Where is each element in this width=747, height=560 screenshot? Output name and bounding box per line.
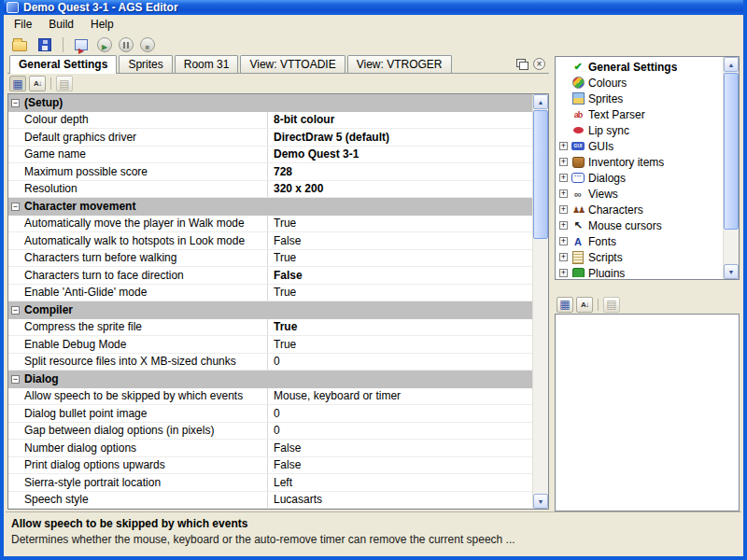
tree-item-dialogs[interactable]: Dialogs [556,170,723,186]
expand-icon[interactable] [559,189,568,198]
property-value[interactable]: DirectDraw 5 (default) [268,129,532,146]
title-bar[interactable]: Demo Quest 3-1 - AGS Editor [4,0,743,15]
menu-help[interactable]: Help [82,16,122,33]
alphabetical-sort-button[interactable] [576,297,593,313]
property-value[interactable]: 0 [268,405,532,422]
expand-icon[interactable] [559,237,568,245]
scroll-up-button[interactable] [533,94,548,109]
project-tree-scrollbar[interactable] [723,57,739,279]
property-row-characters-turn-before-walking[interactable]: Characters turn before walkingTrue [8,250,532,268]
property-value[interactable]: Demo Quest 3-1 [268,147,532,163]
scroll-down-button[interactable] [724,264,739,279]
property-row-colour-depth[interactable]: Colour depth8-bit colour [8,112,532,130]
tab-general-settings[interactable]: General Settings [9,55,117,74]
categorized-button[interactable] [9,76,26,91]
property-row-speech-style[interactable]: Speech styleLucasarts [8,492,532,510]
property-row-allow-speech-to-be-skipped-by-which-events[interactable]: Allow speech to be skipped by which even… [8,388,532,406]
tree-item-colours[interactable]: Colours [556,75,723,91]
scroll-thumb[interactable] [533,110,548,239]
pause-button[interactable] [119,37,134,52]
collapse-icon[interactable] [11,203,20,211]
property-value[interactable]: True [268,216,532,232]
expand-icon[interactable] [559,269,568,277]
property-row-enable-debug-mode[interactable]: Enable Debug ModeTrue [8,336,532,354]
tab-view-vtroger[interactable]: View: VTROGER [347,55,452,73]
property-value[interactable]: False [268,232,532,249]
property-value[interactable]: False [268,457,532,474]
property-row-sierra-style-portrait-location[interactable]: Sierra-style portrait locationLeft [8,474,532,492]
expand-icon[interactable] [559,174,568,182]
property-row-compress-the-sprite-file[interactable]: Compress the sprite fileTrue [8,319,532,337]
property-value[interactable]: Mouse, keyboard or timer [268,388,532,405]
property-row-enable-anti-glide-mode[interactable]: Enable 'Anti-Glide' modeTrue [8,285,532,302]
property-value[interactable]: 728 [268,163,532,180]
category-dialog[interactable]: Dialog [8,371,532,388]
tree-item-views[interactable]: Views [556,186,723,202]
expand-icon[interactable] [559,158,568,166]
property-value[interactable]: 0 [268,354,532,371]
property-value[interactable]: Left [268,474,532,491]
category-character-movement[interactable]: Character movement [8,198,532,216]
open-button[interactable] [10,35,29,54]
close-tab-icon[interactable] [533,58,545,70]
tree-item-sprites[interactable]: Sprites [556,91,723,106]
tab-room-31[interactable]: Room 31 [175,55,239,73]
tree-item-characters[interactable]: Characters [556,202,723,217]
collapse-icon[interactable] [11,306,20,315]
expand-icon[interactable] [559,142,568,150]
property-value[interactable]: 320 x 200 [268,181,532,198]
tab-sprites[interactable]: Sprites [119,55,172,73]
tree-item-fonts[interactable]: Fonts [556,233,723,249]
menu-build[interactable]: Build [40,16,82,33]
expand-icon[interactable] [559,205,568,214]
property-row-resolution[interactable]: Resolution320 x 200 [8,181,532,199]
property-value[interactable]: Lucasarts [268,492,532,509]
property-row-game-name[interactable]: Game nameDemo Quest 3-1 [8,147,532,164]
tree-item-lip-sync[interactable]: Lip sync [556,122,723,138]
tree-item-general-settings[interactable]: General Settings [556,59,723,75]
property-value[interactable]: True [268,250,532,267]
categorized-button[interactable] [557,297,573,313]
tree-item-scripts[interactable]: Scripts [556,249,723,265]
run-game-button[interactable] [72,35,91,54]
scroll-down-button[interactable] [533,494,548,509]
tree-item-mouse-cursors[interactable]: Mouse cursors [556,217,723,233]
property-row-print-dialog-options-upwards[interactable]: Print dialog options upwardsFalse [8,457,532,475]
property-value[interactable]: False [268,267,532,284]
tree-item-text-parser[interactable]: Text Parser [556,106,723,122]
expand-icon[interactable] [559,221,568,230]
tab-view-vttoadie[interactable]: View: VTTOADIE [240,55,345,73]
property-row-automatically-move-the-player-in-walk-mode[interactable]: Automatically move the player in Walk mo… [8,216,532,233]
property-value[interactable]: False [268,440,532,456]
collapse-icon[interactable] [11,99,20,107]
category-compiler[interactable]: Compiler [8,301,532,319]
scroll-up-button[interactable] [724,57,739,72]
window-list-icon[interactable] [516,59,528,69]
expand-icon[interactable] [559,253,568,261]
property-row-characters-turn-to-face-direction[interactable]: Characters turn to face directionFalse [8,267,532,285]
save-button[interactable] [35,35,54,54]
tree-item-plugins[interactable]: Plugins [556,265,723,277]
property-grid-scrollbar[interactable] [532,94,548,509]
property-row-maximum-possible-score[interactable]: Maximum possible score728 [8,163,532,181]
tree-item-guis[interactable]: GUIs [556,138,723,154]
property-row-default-graphics-driver[interactable]: Default graphics driverDirectDraw 5 (def… [8,129,532,147]
property-row-gap-between-dialog-options-in-pixels[interactable]: Gap between dialog options (in pixels)0 [8,423,532,441]
property-value[interactable]: True [268,319,532,336]
property-row-number-dialog-options[interactable]: Number dialog optionsFalse [8,440,532,457]
property-value[interactable]: True [268,336,532,353]
property-value[interactable]: True [268,285,532,301]
property-row-automatically-walk-to-hotspots-in-look-mode[interactable]: Automatically walk to hotspots in Look m… [8,232,532,250]
stop-button[interactable] [140,37,155,52]
menu-file[interactable]: File [6,16,40,33]
collapse-icon[interactable] [11,375,20,384]
alphabetical-sort-button[interactable] [29,76,46,91]
tree-item-inventory-items[interactable]: Inventory items [556,154,723,170]
category-setup[interactable]: (Setup) [8,94,532,112]
play-button[interactable] [97,37,112,52]
property-value[interactable]: 0 [268,423,532,440]
property-value[interactable]: 8-bit colour [268,112,532,129]
scroll-thumb[interactable] [724,73,739,230]
property-row-split-resource-files-into-x-mb-sized-chunks[interactable]: Split resource files into X MB-sized chu… [8,354,532,371]
property-row-dialog-bullet-point-image[interactable]: Dialog bullet point image0 [8,405,532,423]
